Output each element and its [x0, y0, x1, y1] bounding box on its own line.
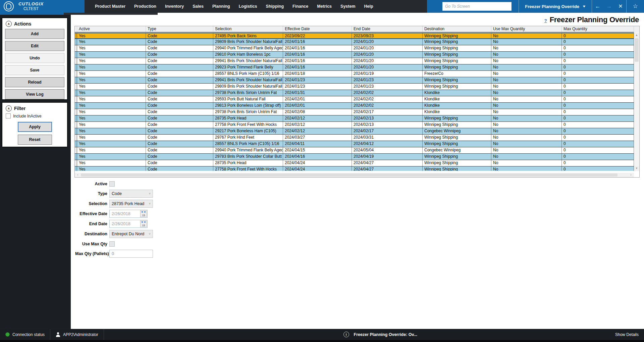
menu-item-shipping[interactable]: Shipping: [262, 4, 288, 9]
table-cell: 2024/01/23: [352, 77, 423, 83]
table-row[interactable]: YesCode28735 Pork Head2024/02/122024/02/…: [75, 115, 634, 122]
table-row[interactable]: YesCode28557 BNLS Pork Ham (C105) 1/1620…: [75, 141, 634, 147]
column-header-end-date[interactable]: End Date: [352, 26, 423, 32]
column-header-effective-date[interactable]: Effective Date: [283, 26, 352, 32]
table-row[interactable]: YesCode29940 Pork Trimmed Flank Belly Ag…: [75, 45, 634, 52]
go-to-screen-input[interactable]: [442, 2, 512, 11]
type-dropdown[interactable]: Code ˅: [109, 190, 153, 198]
menu-item-production[interactable]: Production: [130, 4, 161, 9]
scroll-up-icon[interactable]: ▲: [634, 33, 639, 38]
show-details-link[interactable]: Show Details: [615, 332, 639, 337]
scroll-left-icon[interactable]: ‹: [75, 173, 80, 177]
scroll-down-icon[interactable]: ▼: [634, 166, 639, 171]
table-row[interactable]: YesCode29941 Bnls Pork Shoulder NaturalF…: [75, 58, 634, 64]
table-cell: 2024/01/16: [283, 45, 352, 51]
apply-button[interactable]: Apply: [18, 122, 52, 132]
table-row[interactable]: YesCode27495 Pork Back Skins2023/09/2220…: [75, 33, 634, 39]
table-row[interactable]: YesCode28557 BNLS Pork Ham (C105) 1/1620…: [75, 71, 634, 77]
divider: [519, 0, 519, 13]
connection-status-label: Connection status: [12, 332, 45, 337]
table-cell: Code: [146, 71, 213, 77]
selection-dropdown[interactable]: 28735 Pork Head ˅: [109, 200, 153, 208]
menu-item-help[interactable]: Help: [360, 4, 378, 9]
active-checkbox[interactable]: [109, 181, 115, 187]
menu-item-logistics[interactable]: Logistics: [234, 4, 262, 9]
destination-label: Destination: [75, 232, 107, 236]
table-row[interactable]: YesCode29738 Pork Bnls Sirloin Untrim Fa…: [75, 109, 634, 115]
table-row[interactable]: YesCode29767 Pork Hind Feet2024/03/27202…: [75, 135, 634, 141]
row-header-strip: [75, 154, 77, 160]
use-max-qty-checkbox[interactable]: [109, 241, 115, 247]
menu-item-product-master[interactable]: Product Master: [91, 4, 130, 9]
column-header-active[interactable]: Active: [77, 26, 146, 32]
reset-button[interactable]: Reset: [18, 135, 52, 145]
horizontal-scrollbar[interactable]: ‹ ›: [75, 173, 634, 177]
calendar-icon[interactable]: 15: [140, 221, 147, 227]
menu-item-finance[interactable]: Finance: [288, 4, 313, 9]
favorite-star-button[interactable]: ☆: [627, 0, 644, 13]
row-header-strip: [75, 64, 77, 70]
table-row[interactable]: YesCode29217 Pork Boneless Ham (C105)202…: [75, 128, 634, 135]
column-header-use-max-quantity[interactable]: Use Max Quantity: [491, 26, 562, 32]
help-link[interactable]: ?: [544, 18, 547, 23]
scroll-right-icon[interactable]: ›: [629, 173, 633, 177]
table-cell: 2024/03/31: [352, 135, 423, 141]
vertical-scroll-thumb[interactable]: [635, 38, 639, 62]
horizontal-scroll-thumb[interactable]: [81, 174, 618, 177]
table-row[interactable]: YesCode29810 Pork Ham Boneless 1pc2024/0…: [75, 52, 634, 58]
menu-item-inventory[interactable]: Inventory: [161, 4, 188, 9]
table-cell: No: [491, 64, 562, 70]
table-row[interactable]: YesCode29809 Bnls Pork Shoulder NaturalF…: [75, 84, 634, 90]
column-header-type[interactable]: Type: [146, 26, 213, 32]
screen-selector-dropdown[interactable]: Freezer Planning Override ▼: [519, 0, 592, 13]
collapse-chevron-icon[interactable]: ∧: [6, 21, 12, 27]
include-inactive-checkbox[interactable]: [6, 113, 11, 118]
table-row[interactable]: YesCode29738 Pork Bnls Sirloin Untrim Fa…: [75, 90, 634, 96]
row-header-strip: [75, 39, 77, 45]
reload-button[interactable]: Reload: [5, 77, 64, 87]
vertical-scrollbar[interactable]: ▲ ▼: [634, 33, 639, 171]
table-row[interactable]: YesCode29593 Pork Butt Natural Fall2024/…: [75, 96, 634, 103]
column-header-max-quantity[interactable]: Max Quantity: [562, 26, 634, 32]
table-cell: Code: [146, 77, 213, 83]
table-row[interactable]: YesCode27758 Pork Front Feet With Hocks2…: [75, 122, 634, 128]
table-row[interactable]: YesCode29783 Bnls Pork Shoulder Collar B…: [75, 154, 634, 160]
menu-item-sales[interactable]: Sales: [188, 4, 208, 9]
column-header-selection[interactable]: Selection: [213, 26, 283, 32]
table-row[interactable]: YesCode29923 Pork Trimmed Flank Belly202…: [75, 64, 634, 71]
back-button[interactable]: ←: [592, 0, 603, 13]
end-date-label: End Date: [75, 222, 107, 226]
table-cell: 2023/09/22: [283, 33, 352, 38]
menu-item-system[interactable]: System: [336, 4, 360, 9]
table-cell: 28557 BNLS Pork Ham (C105) 1/16: [213, 71, 283, 77]
table-row[interactable]: YesCode29809 Bnls Pork Shoulder NaturalF…: [75, 39, 634, 45]
table-cell: Yes: [77, 160, 146, 166]
effective-date-input[interactable]: 2/26/2018 15: [109, 210, 148, 218]
column-header-destination[interactable]: Destination: [423, 26, 491, 32]
calendar-icon[interactable]: 15: [140, 210, 147, 217]
add-button[interactable]: Add: [5, 29, 64, 39]
edit-button[interactable]: Edit: [5, 41, 64, 51]
destination-dropdown[interactable]: Entrepot Du Nord ˅: [109, 230, 153, 238]
table-row[interactable]: YesCode29940 Pork Trimmed Flank Belly Ag…: [75, 147, 634, 154]
table-row[interactable]: YesCode28735 Pork Head2024/04/242024/04/…: [75, 160, 634, 166]
screen-selector-value: Freezer Planning Override: [525, 4, 579, 9]
table-cell: Winnipeg Shipping: [423, 84, 491, 90]
row-header-strip: [75, 84, 77, 90]
table-cell: Code: [146, 39, 213, 45]
view-log-button[interactable]: View Log: [5, 89, 64, 99]
table-row[interactable]: YesCode27758 Pork Front Feet With Hocks2…: [75, 166, 634, 171]
selection-value: 28735 Pork Head: [112, 201, 144, 206]
table-cell: 0: [562, 96, 634, 102]
info-icon[interactable]: i: [343, 332, 349, 337]
menu-item-planning[interactable]: Planning: [208, 4, 234, 9]
close-screen-button[interactable]: ✕: [615, 0, 626, 13]
max-qty-pallets-input[interactable]: 0: [109, 250, 153, 258]
table-cell: 0: [562, 135, 634, 141]
end-date-input[interactable]: 2/26/2018 15: [109, 220, 148, 228]
table-row[interactable]: YesCode29813 Pork Boneless Loin (Strap o…: [75, 103, 634, 109]
table-row[interactable]: YesCode29941 Bnls Pork Shoulder NaturalF…: [75, 77, 634, 84]
menu-item-metrics[interactable]: Metrics: [313, 4, 336, 9]
collapse-chevron-icon[interactable]: ∧: [6, 105, 12, 111]
table-cell: Winnipeg Shipping: [423, 160, 491, 166]
